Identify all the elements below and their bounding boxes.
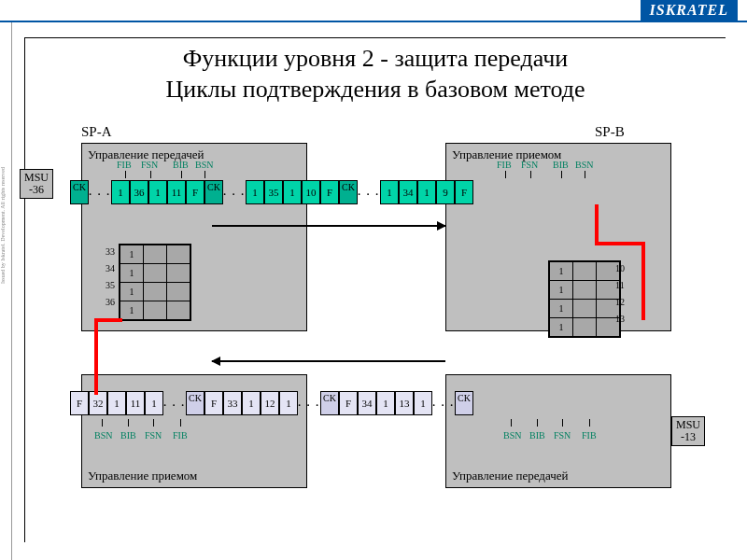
ck-cell: CK	[455, 391, 473, 415]
brand-logo: ISKRATEL	[641, 0, 738, 21]
dots: . . .	[163, 391, 186, 415]
g2-f: F	[320, 180, 339, 204]
hdr-bib-b2: BIB	[529, 430, 545, 441]
l2-b: 1	[242, 391, 261, 415]
l1-d: 1	[145, 391, 163, 415]
red-path-top-v2	[641, 242, 645, 320]
copyright-side: Issued by Iskratel. Development. All rig…	[0, 167, 6, 284]
dots: . . .	[298, 391, 320, 415]
g3-d: 9	[436, 180, 455, 204]
green-strip: CK . . . 1 36 1 11 F CK . . . 1 35 1 10 …	[70, 180, 473, 204]
hdr-bib-2: BIB	[553, 160, 569, 170]
hdr-bsn-2: BSN	[575, 160, 593, 170]
l2-a: 33	[223, 391, 242, 415]
hdr-fib-b1: FIB	[173, 430, 188, 441]
dots: . . .	[432, 391, 455, 415]
title-line-1: Функции уровня 2 - защита передачи	[183, 45, 568, 72]
l2-d: 1	[279, 391, 298, 415]
g1-a: 1	[111, 180, 130, 204]
ck-cell: CK	[204, 180, 223, 204]
buffer-grid-b: 1 1 1 1	[548, 260, 621, 338]
title-line-2: Циклы подтверждения в базовом методе	[166, 76, 585, 103]
hdr-fib-2: FIB	[497, 160, 512, 170]
g2-d: 10	[302, 180, 320, 204]
slide-title: Функции уровня 2 - защита передачи Циклы…	[44, 44, 707, 105]
l3-d: 1	[414, 391, 432, 415]
g1-b: 36	[130, 180, 148, 204]
label-sp-a: SP-A	[81, 124, 112, 140]
panel-tx-a: Управление передачей	[81, 143, 307, 331]
red-path-bot	[94, 318, 98, 395]
arrow-left	[212, 360, 445, 362]
g3-a: 1	[380, 180, 399, 204]
ck-cell: CK	[186, 391, 204, 415]
l2-c: 12	[261, 391, 279, 415]
dots: . . .	[358, 180, 380, 204]
hdr-fsn-1: FSN	[141, 160, 158, 170]
dots: . . .	[223, 180, 246, 204]
label-sp-b: SP-B	[595, 124, 625, 140]
g2-c: 1	[283, 180, 302, 204]
ck-cell: CK	[320, 391, 339, 415]
arrow-right	[212, 225, 445, 227]
red-path-bot-h	[94, 318, 122, 322]
l1-f: F	[70, 391, 89, 415]
ck-cell: CK	[70, 180, 89, 204]
l1-a: 32	[89, 391, 107, 415]
hdr-fsn-b2: FSN	[554, 430, 571, 441]
panel-rx-a-title: Управление приемом	[88, 469, 197, 483]
hdr-bib-b1: BIB	[120, 430, 136, 441]
l3-c: 13	[395, 391, 414, 415]
red-path-top-h	[595, 242, 645, 245]
hdr-fib-1: FIB	[117, 160, 132, 170]
l1-c: 11	[126, 391, 145, 415]
msu-13: MSU-13	[671, 416, 705, 446]
panel-tx-b-title: Управление передачей	[452, 469, 568, 483]
hdr-fsn-2: FSN	[521, 160, 538, 170]
hdr-fib-b2: FIB	[582, 430, 597, 441]
slide-frame: Функции уровня 2 - защита передачи Циклы…	[24, 37, 726, 542]
g2-b: 35	[264, 180, 283, 204]
g1-f: F	[186, 180, 204, 204]
red-path-top	[595, 204, 599, 245]
l2-f: F	[204, 391, 223, 415]
g1-c: 1	[148, 180, 167, 204]
buffer-grid-a: 1 1 1 1	[119, 244, 191, 321]
g3-b: 34	[399, 180, 417, 204]
dots: . . .	[89, 180, 111, 204]
l3-a: 34	[358, 391, 376, 415]
g2-a: 1	[246, 180, 264, 204]
g3-c: 1	[417, 180, 436, 204]
msu-36: MSU-36	[20, 169, 53, 199]
l3-b: 1	[376, 391, 395, 415]
g3-f: F	[455, 180, 473, 204]
hdr-bsn-b2: BSN	[503, 430, 521, 441]
hdr-bib-1: BIB	[173, 160, 189, 170]
hdr-bsn-b1: BSN	[94, 430, 112, 441]
g1-d: 11	[167, 180, 186, 204]
hdr-fsn-b1: FSN	[145, 430, 162, 441]
l3-f: F	[339, 391, 358, 415]
ck-cell: CK	[339, 180, 358, 204]
hdr-bsn-1: BSN	[195, 160, 213, 170]
lavender-strip: F 32 1 11 1 . . . CK F 33 1 12 1 . . . C…	[70, 391, 473, 415]
l1-b: 1	[107, 391, 126, 415]
